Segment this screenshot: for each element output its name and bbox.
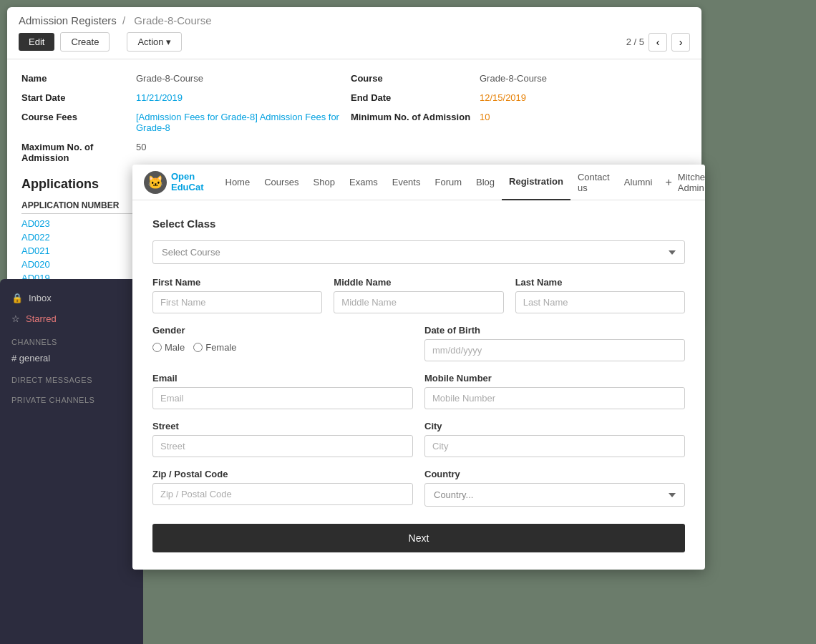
next-button[interactable]: Next — [152, 524, 685, 552]
channel-general-label: # general — [11, 353, 50, 364]
start-date-label: Start Date — [21, 90, 136, 105]
direct-messages-header: DIRECT MESSAGES — [0, 367, 143, 387]
name-value: Grade-8-Course — [136, 71, 351, 86]
middle-name-input[interactable] — [334, 291, 503, 313]
select-class-group: Select Class Select Course — [152, 218, 685, 277]
nav-link-home[interactable]: Home — [218, 165, 258, 200]
mobile-label: Mobile Number — [424, 373, 685, 384]
last-name-input[interactable] — [515, 291, 685, 313]
gender-dob-row: Gender Male Female Date of Birth — [152, 325, 685, 361]
start-date-value: 11/21/2019 — [136, 90, 351, 105]
first-name-input[interactable] — [152, 291, 322, 313]
street-input[interactable] — [152, 435, 413, 457]
edit-button[interactable]: Edit — [19, 33, 54, 51]
nav-user-label: Mitchell Admin — [678, 172, 705, 193]
record-grid: Name Grade-8-Course Course Grade-8-Cours… — [21, 71, 687, 165]
zip-country-row: Zip / Postal Code Country Country... — [152, 469, 685, 507]
street-city-row: Street City — [152, 421, 685, 457]
nav-links: Home Courses Shop Exams Events Forum Blo… — [218, 165, 678, 200]
action-button[interactable]: Action ▾ — [127, 32, 182, 52]
email-input[interactable] — [152, 387, 413, 409]
gender-male-option[interactable]: Male — [152, 342, 185, 353]
last-name-group: Last Name — [515, 277, 685, 313]
nav-link-alumni[interactable]: Alumni — [617, 165, 660, 200]
inbox-icon: 🔒 — [11, 293, 23, 303]
nav-link-forum[interactable]: Forum — [427, 165, 469, 200]
nav-link-shop[interactable]: Shop — [306, 165, 342, 200]
gender-male-radio[interactable] — [152, 343, 162, 352]
nav-link-registration[interactable]: Registration — [502, 165, 570, 200]
nav-link-contact[interactable]: Contact us — [570, 165, 617, 200]
mobile-group: Mobile Number — [424, 373, 685, 409]
private-channels-header: PRIVATE CHANNELS — [0, 387, 143, 407]
city-input[interactable] — [424, 435, 685, 457]
nav-plus-icon[interactable]: + — [659, 176, 677, 189]
pagination-next[interactable]: › — [671, 33, 690, 52]
city-group: City — [424, 421, 685, 457]
mobile-input[interactable] — [424, 387, 685, 409]
end-date-label: End Date — [351, 90, 480, 105]
sidebar: 🔒 Inbox ☆ Starred CHANNELS # general DIR… — [0, 279, 143, 644]
gender-label: Gender — [152, 325, 413, 336]
course-label: Course — [351, 71, 480, 86]
zip-label: Zip / Postal Code — [152, 469, 413, 479]
first-name-group: First Name — [152, 277, 322, 313]
dob-label: Date of Birth — [424, 325, 685, 336]
channels-header: CHANNELS — [0, 329, 143, 349]
select-class-label: Select Class — [152, 218, 685, 230]
nav-logo[interactable]: 🐱 Open EduCat — [144, 171, 204, 194]
email-label: Email — [152, 373, 413, 384]
country-dropdown[interactable]: Country... — [424, 483, 685, 507]
email-group: Email — [152, 373, 413, 409]
select-course-dropdown[interactable]: Select Course — [152, 240, 685, 264]
modal-nav: 🐱 Open EduCat Home Courses Shop Exams Ev… — [132, 165, 705, 200]
pagination-count: 2 / 5 — [626, 36, 644, 47]
pagination-prev[interactable]: ‹ — [649, 33, 667, 52]
name-row: First Name Middle Name Last Name — [152, 277, 685, 313]
record-detail: Name Grade-8-Course Course Grade-8-Cours… — [7, 59, 701, 177]
course-fees-label: Course Fees — [21, 109, 136, 125]
breadcrumb-current: Grade-8-Course — [134, 14, 211, 26]
top-bar: Admission Registers / Grade-8-Course Edi… — [7, 7, 701, 59]
min-admission-value: 10 — [480, 109, 637, 135]
course-value: Grade-8-Course — [480, 71, 637, 86]
end-date-value: 12/15/2019 — [480, 90, 637, 105]
logo-icon: 🐱 — [144, 171, 167, 194]
middle-name-label: Middle Name — [334, 277, 503, 288]
name-label: Name — [21, 71, 136, 86]
action-dropdown-icon: ▾ — [166, 36, 171, 47]
modal-overlay: 🐱 Open EduCat Home Courses Shop Exams Ev… — [132, 165, 705, 570]
min-admission-label: Minimum No. of Admission — [351, 109, 480, 125]
country-group: Country Country... — [424, 469, 685, 507]
nav-user[interactable]: Mitchell Admin ▾ — [678, 172, 705, 193]
sidebar-item-inbox[interactable]: 🔒 Inbox — [0, 288, 143, 308]
nav-link-blog[interactable]: Blog — [469, 165, 502, 200]
nav-link-exams[interactable]: Exams — [342, 165, 385, 200]
sidebar-starred-label: Starred — [26, 313, 57, 324]
nav-link-courses[interactable]: Courses — [257, 165, 306, 200]
sidebar-inbox-label: Inbox — [29, 293, 52, 303]
max-admission-value: 50 — [136, 140, 351, 165]
sidebar-item-starred[interactable]: ☆ Starred — [0, 308, 143, 329]
logo-text: Open EduCat — [171, 172, 204, 192]
action-button-label: Action — [137, 36, 163, 47]
gender-male-label: Male — [165, 342, 185, 353]
breadcrumb: Admission Registers / Grade-8-Course — [19, 14, 690, 26]
create-button[interactable]: Create — [60, 32, 110, 52]
nav-link-events[interactable]: Events — [385, 165, 428, 200]
gender-group: Gender Male Female — [152, 325, 413, 361]
logo-text-line1: Open — [171, 172, 204, 182]
toolbar: Edit Create Action ▾ 2 / 5 ‹ › — [19, 32, 690, 52]
dob-group: Date of Birth — [424, 325, 685, 361]
gender-female-radio[interactable] — [193, 343, 203, 352]
zip-input[interactable] — [152, 483, 413, 505]
gender-female-option[interactable]: Female — [193, 342, 236, 353]
street-group: Street — [152, 421, 413, 457]
street-label: Street — [152, 421, 413, 431]
dob-input[interactable] — [424, 339, 685, 361]
course-fees-value: [Admission Fees for Grade-8] Admission F… — [136, 109, 351, 135]
gender-radio-group: Male Female — [152, 339, 413, 353]
pagination: 2 / 5 ‹ › — [626, 33, 690, 52]
breadcrumb-parent[interactable]: Admission Registers — [19, 14, 117, 26]
sidebar-item-general[interactable]: # general — [0, 349, 143, 367]
